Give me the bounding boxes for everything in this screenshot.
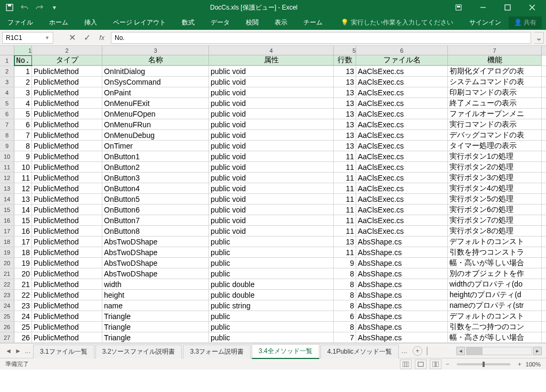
cell[interactable]: 11: [334, 247, 356, 257]
cell[interactable]: AaClsExec.cs: [356, 66, 448, 76]
cell[interactable]: AbsShape.cs: [356, 332, 448, 342]
tab-team[interactable]: チーム: [300, 16, 326, 29]
cell[interactable]: 13: [334, 109, 356, 119]
row-header[interactable]: 18: [0, 236, 14, 247]
cell[interactable]: 8: [334, 322, 356, 332]
cell[interactable]: public void: [209, 87, 334, 97]
cell[interactable]: PublicMethod: [32, 311, 102, 321]
cell[interactable]: 23: [14, 300, 32, 311]
tab-nav-more[interactable]: …: [23, 347, 32, 355]
cell[interactable]: 引数を二つ持つのコン: [448, 322, 542, 332]
row-header[interactable]: 24: [0, 300, 14, 311]
cell[interactable]: public: [209, 332, 334, 342]
row-header[interactable]: 1: [0, 55, 14, 66]
cell[interactable]: 幅・高さが等しい場合: [448, 332, 542, 342]
cell[interactable]: public void: [209, 98, 334, 108]
cell[interactable]: 実行ボタン4の処理: [448, 183, 542, 193]
row-header[interactable]: 5: [0, 98, 14, 108]
cell[interactable]: PublicMethod: [32, 205, 102, 215]
cell[interactable]: 引数を持つコンストラ: [448, 247, 542, 257]
cell[interactable]: 25: [14, 322, 32, 332]
cell[interactable]: PublicMethod: [32, 247, 102, 257]
cell[interactable]: public void: [209, 151, 334, 161]
cell[interactable]: 6: [334, 311, 356, 321]
row-header[interactable]: 25: [0, 311, 14, 321]
cell[interactable]: 11: [334, 215, 356, 225]
cell[interactable]: widthのプロパティ(do: [448, 279, 542, 289]
cell[interactable]: OnTimer: [102, 141, 209, 151]
cell[interactable]: PublicMethod: [32, 173, 102, 183]
view-page-break-icon[interactable]: [430, 360, 441, 369]
row-header[interactable]: 27: [0, 332, 14, 342]
cell[interactable]: デフォルトのコンスト: [448, 236, 542, 247]
cell[interactable]: public: [209, 268, 334, 279]
cell[interactable]: AaClsExec.cs: [356, 194, 448, 204]
cell[interactable]: AbsShape.cs: [356, 258, 448, 268]
add-sheet-button[interactable]: +: [413, 346, 422, 356]
cell[interactable]: OnButton5: [102, 194, 209, 204]
cell[interactable]: AbsShape.cs: [356, 300, 448, 311]
cell[interactable]: heightのプロパティ(d: [448, 290, 542, 300]
cell[interactable]: 13: [334, 87, 356, 97]
scroll-track[interactable]: [466, 347, 532, 355]
name-box[interactable]: R1C1▼: [2, 32, 53, 44]
row-header[interactable]: 7: [0, 119, 14, 129]
scroll-thumb[interactable]: [467, 347, 483, 355]
row-header[interactable]: 11: [0, 162, 14, 172]
cell[interactable]: public void: [209, 77, 334, 87]
row-header[interactable]: 26: [0, 322, 14, 332]
cell[interactable]: OnButton6: [102, 205, 209, 215]
cell[interactable]: 別のオブジェクトを作: [448, 268, 542, 279]
sheet-tab[interactable]: 3.1ファイル一覧: [33, 345, 94, 358]
cell[interactable]: public double: [209, 290, 334, 300]
cell[interactable]: AbsShape.cs: [356, 236, 448, 247]
col-header[interactable]: 2: [32, 46, 102, 55]
row-header[interactable]: 21: [0, 268, 14, 279]
cell[interactable]: public void: [209, 183, 334, 193]
cell[interactable]: Triangle: [102, 311, 209, 321]
cell[interactable]: width: [102, 279, 209, 289]
cell[interactable]: ファイル名: [356, 55, 448, 66]
cell[interactable]: 13: [334, 77, 356, 87]
cell[interactable]: 実行ボタン1の処理: [448, 151, 542, 161]
cell[interactable]: PublicMethod: [32, 236, 102, 247]
tell-me-search[interactable]: 💡 実行したい作業を入力してください: [341, 18, 453, 27]
cell[interactable]: AbsShape.cs: [356, 268, 448, 279]
cell[interactable]: 22: [14, 290, 32, 300]
cell[interactable]: AbsShape.cs: [356, 290, 448, 300]
maximize-button[interactable]: [496, 0, 519, 15]
cell[interactable]: 印刷コマンドの表示: [448, 87, 542, 97]
cell[interactable]: 行数: [334, 55, 356, 66]
cell[interactable]: No.: [14, 55, 32, 66]
cell[interactable]: 4: [14, 98, 32, 108]
row-header[interactable]: 2: [0, 66, 14, 76]
cell[interactable]: PublicMethod: [32, 258, 102, 268]
cell[interactable]: AaClsExec.cs: [356, 87, 448, 97]
tab-home[interactable]: ホーム: [46, 16, 71, 29]
cell[interactable]: Triangle: [102, 332, 209, 342]
cell[interactable]: タイマー処理の表示: [448, 141, 542, 151]
cell[interactable]: OnMenuDebug: [102, 130, 209, 140]
cell[interactable]: 13: [334, 98, 356, 108]
cell[interactable]: public void: [209, 162, 334, 172]
cell[interactable]: PublicMethod: [32, 279, 102, 289]
cell[interactable]: 8: [334, 300, 356, 311]
cell[interactable]: public: [209, 258, 334, 268]
cell[interactable]: public string: [209, 300, 334, 311]
cell[interactable]: PublicMethod: [32, 290, 102, 300]
cell[interactable]: 11: [334, 162, 356, 172]
zoom-in-button[interactable]: ＋: [517, 360, 523, 368]
cell[interactable]: PublicMethod: [32, 226, 102, 236]
horizontal-scrollbar[interactable]: ◄ ►: [436, 347, 542, 355]
cell[interactable]: AaClsExec.cs: [356, 109, 448, 119]
cell[interactable]: AbsShape.cs: [356, 322, 448, 332]
save-icon[interactable]: [3, 2, 16, 13]
cell[interactable]: 19: [14, 258, 32, 268]
cell[interactable]: 11: [334, 183, 356, 193]
col-header[interactable]: 7: [448, 46, 542, 55]
cell[interactable]: 8: [14, 141, 32, 151]
share-button[interactable]: 👤 共有: [509, 17, 542, 29]
cell[interactable]: PublicMethod: [32, 194, 102, 204]
cell[interactable]: 11: [334, 205, 356, 215]
cell[interactable]: PublicMethod: [32, 151, 102, 161]
